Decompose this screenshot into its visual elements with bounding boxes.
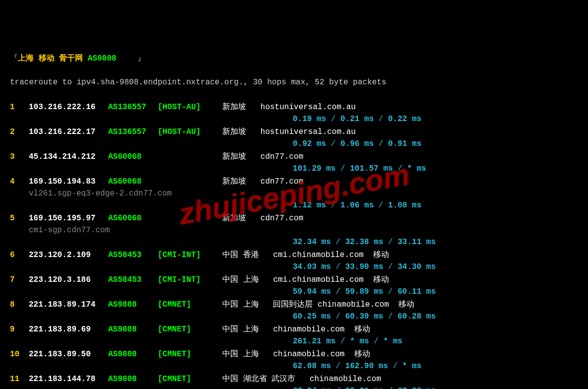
hop-location: 新加坡 (222, 176, 246, 188)
hop-row: 1103.216.222.16AS136557[HOST-AU]新加坡 host… (10, 101, 583, 125)
hop-asn: AS60068 (108, 176, 158, 188)
hop-latency-line: 60.25 ms / 60.39 ms / 60.28 ms (10, 311, 583, 323)
hop-asn: AS60068 (108, 212, 158, 224)
hop-latency-line: 1.12 ms / 1.06 ms / 1.08 ms (10, 199, 583, 211)
hop-latency-3: * ms (402, 362, 421, 371)
hop-line: 8221.183.89.174AS9808[CMNET]中国 上海 回国到达层 … (10, 299, 583, 311)
hop-ip: 103.216.222.17 (29, 126, 108, 138)
hop-latency-3: 0.22 ms (388, 115, 421, 124)
hop-ip: 223.120.3.186 (29, 274, 108, 286)
hop-asn: AS9808 (108, 324, 158, 335)
hop-carrier: 移动 (398, 299, 414, 311)
hop-number: 11 (10, 373, 29, 385)
hop-domain: chinamobile.com (310, 373, 381, 385)
hop-ip: 221.183.144.78 (29, 373, 108, 385)
hop-latency-1: 261.21 ms (293, 337, 335, 346)
hop-latency-2: 33.90 ms (345, 262, 384, 271)
hop-row: 10221.183.89.50AS9808[CMNET]中国 上海 chinam… (10, 348, 583, 372)
hop-latency-line: 62.08 ms / 162.90 ms / * ms (10, 360, 583, 372)
hop-line: 10221.183.89.50AS9808[CMNET]中国 上海 chinam… (10, 348, 583, 360)
traceroute-subheader: traceroute to ipv4.sha-9808.endpoint.nxt… (10, 76, 583, 88)
hop-latency-2: 0.96 ms (340, 139, 374, 148)
hop-location: 中国 上海 (222, 348, 259, 360)
hop-ip: 103.216.222.16 (29, 101, 108, 113)
hop-latency-line: 101.29 ms / 101.57 ms / * ms (10, 163, 583, 175)
hop-latency-line: 34.03 ms / 33.90 ms / 34.30 ms (10, 261, 583, 273)
hop-latency-2: 162.90 ms (345, 362, 388, 371)
hop-nettag: [CMNET] (158, 299, 222, 311)
hop-latency-2: 101.57 ms (350, 164, 392, 173)
hop-row: 6223.120.2.109AS58453[CMI-INT]中国 香港 cmi.… (10, 249, 583, 273)
hop-row: 8221.183.89.174AS9808[CMNET]中国 上海 回国到达层 … (10, 299, 583, 323)
hop-latency-2: 1.06 ms (340, 201, 374, 210)
hop-line: 2103.216.222.17AS136557[HOST-AU]新加坡 host… (10, 126, 583, 138)
hop-latency-2: 63.21 ms (345, 387, 384, 389)
hop-location: 中国 上海 (222, 299, 259, 311)
hop-latency-1: 0.92 ms (293, 139, 326, 148)
hop-latency-1: 101.29 ms (293, 164, 335, 173)
hop-row: 7223.120.3.186AS58453[CMI-INT]中国 上海 cmi.… (10, 274, 583, 298)
hop-row: 9221.183.89.69AS9808[CMNET]中国 上海 chinamo… (10, 324, 583, 347)
header-bracket-close: 』 (137, 54, 145, 63)
hop-location: 新加坡 (222, 101, 246, 113)
hop-domain: hostuniversal.com.au (261, 101, 356, 113)
hop-location: 中国 上海 (222, 274, 259, 286)
hop-asn: AS9808 (108, 373, 158, 385)
hop-latency-line: 63.34 ms / 63.21 ms / 63.28 ms (10, 385, 583, 389)
header-bracket-open: 『 (10, 54, 18, 63)
header-title: 上海 移动 骨干网 (18, 54, 88, 63)
hop-latency-3: 60.11 ms (397, 287, 436, 296)
hop-ip: 169.150.195.97 (29, 212, 108, 224)
hop-latency-2: 60.39 ms (345, 312, 384, 321)
hop-number: 1 (10, 101, 29, 113)
header-asn: AS9808 (88, 53, 137, 65)
hop-latency-1: 0.19 ms (293, 115, 326, 124)
hop-latency-1: 34.03 ms (293, 262, 331, 271)
hop-ip: 221.183.89.69 (29, 324, 108, 335)
hop-latency-line: 0.92 ms / 0.96 ms / 0.91 ms (10, 138, 583, 150)
hop-line: 345.134.214.212AS60068新加坡 cdn77.com (10, 151, 583, 163)
hop-latency-1: 59.94 ms (293, 287, 331, 296)
hop-number: 4 (10, 176, 29, 188)
hop-ip: 223.120.2.109 (29, 249, 108, 261)
traceroute-header: 『上海 移动 骨干网 AS9808 』 (10, 53, 583, 65)
hop-number: 2 (10, 126, 29, 138)
hop-latency-1: 60.25 ms (293, 312, 331, 321)
hop-asn: AS58453 (108, 249, 158, 261)
hop-latency-2: * ms (350, 337, 369, 346)
hop-latency-3: * ms (383, 337, 402, 346)
hop-row: 5169.150.195.97AS60068新加坡 cdn77.comcmi-s… (10, 212, 583, 248)
hop-list: 1103.216.222.16AS136557[HOST-AU]新加坡 host… (10, 101, 583, 389)
hop-line: 6223.120.2.109AS58453[CMI-INT]中国 香港 cmi.… (10, 249, 583, 261)
hop-latency-3: 33.11 ms (397, 238, 436, 247)
hop-row: 345.134.214.212AS60068新加坡 cdn77.com101.2… (10, 151, 583, 175)
hop-hostname: cmi-sgp.cdn77.com (10, 224, 583, 236)
hop-asn: AS9808 (108, 299, 158, 311)
hop-asn: AS60068 (108, 151, 158, 163)
hop-number: 10 (10, 348, 29, 360)
hop-ip: 45.134.214.212 (29, 151, 108, 163)
hop-line: 1103.216.222.16AS136557[HOST-AU]新加坡 host… (10, 101, 583, 113)
hop-nettag: [CMNET] (158, 348, 222, 360)
hop-line: 11221.183.144.78AS9808[CMNET]中国 湖北省 武汉市 … (10, 373, 583, 385)
hop-domain: cdn77.com (261, 176, 303, 188)
hop-latency-1: 62.08 ms (293, 362, 331, 371)
hop-latency-3: 1.08 ms (388, 201, 421, 210)
hop-latency-3: 60.28 ms (397, 312, 436, 321)
hop-carrier: 移动 (373, 249, 389, 261)
hop-location: 中国 湖北省 武汉市 (222, 373, 295, 385)
hop-row: 4169.150.194.83AS60068新加坡 cdn77.comvl261… (10, 176, 583, 211)
hop-latency-2: 0.21 ms (340, 115, 374, 124)
hop-ip: 221.183.89.50 (29, 348, 108, 360)
hop-latency-3: 63.28 ms (397, 387, 436, 389)
hop-asn: AS58453 (108, 274, 158, 286)
hop-latency-line: 261.21 ms / * ms / * ms (10, 335, 583, 347)
hop-nettag: [CMI-INT] (158, 249, 222, 261)
hop-domain: chinamobile.com (273, 324, 344, 335)
hop-carrier: 移动 (354, 348, 370, 360)
hop-ip: 169.150.194.83 (29, 176, 108, 188)
hop-domain: cdn77.com (261, 151, 303, 163)
hop-latency-1: 63.34 ms (293, 387, 331, 389)
hop-hostname: vl261.sgp-eq3-edge-2.cdn77.com (10, 188, 583, 199)
hop-nettag: [CMI-INT] (158, 274, 222, 286)
